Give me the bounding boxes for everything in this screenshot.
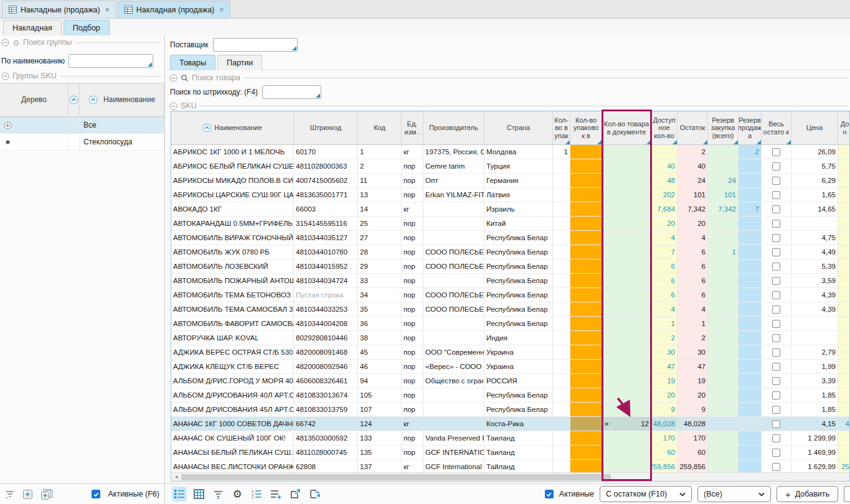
table-row[interactable]: АЛЬБОМ Д/РИСОВАНИЯ 40Л АРТ.С481083301367…: [171, 388, 849, 403]
table-row[interactable]: АЛЬБОМ Д/РИС.ГОРОД У МОРЯ 40/46060083264…: [171, 374, 849, 388]
table-row[interactable]: АНАНАСЫ БЕЛЫЙ ПЕЛИКАН СУШ.К4811028000745…: [171, 446, 849, 460]
whole-stock-checkbox[interactable]: [772, 463, 780, 471]
list-view-icon[interactable]: [172, 487, 187, 502]
add-rows-icon[interactable]: [268, 487, 283, 502]
table-row[interactable]: АДЖИКА КЛЕЩУК СТ/Б ВЕРЕС482000809294646п…: [171, 360, 849, 374]
whole-stock-checkbox[interactable]: [772, 306, 780, 314]
scrollbar-thumb[interactable]: [181, 474, 611, 480]
table-row[interactable]: АБРИКОС 1КГ 1000 И 1 МЕЛОЧЬ601701кг19737…: [171, 145, 849, 159]
table-row[interactable]: АБРИКОСЫ ЦАРСКИЕ СУШ.90Г ЦАР481363500177…: [171, 188, 849, 202]
table-row[interactable]: АВТОМОБИЛЬ ТЕМА САМОСВАЛ 324810344033253…: [171, 302, 849, 317]
filter-icon[interactable]: [5, 490, 15, 498]
whole-stock-checkbox[interactable]: [772, 334, 780, 342]
active-f6-checkbox[interactable]: [92, 490, 100, 498]
sort-ascending-icon[interactable]: [69, 95, 78, 105]
close-icon[interactable]: ×: [219, 6, 224, 14]
column-header-stock[interactable]: Остаток: [678, 111, 708, 144]
collapse-icon[interactable]: [169, 102, 177, 110]
whole-stock-checkbox[interactable]: [772, 220, 780, 228]
table-row[interactable]: АБРИКОСЫ МИКАДО ПОЛОВ.В СИР4007415005602…: [171, 174, 849, 188]
whole-stock-checkbox[interactable]: [772, 291, 780, 299]
table-row[interactable]: АВТОРУЧКА ШАР. KOVAL802928081044638порИн…: [171, 331, 849, 345]
table-row[interactable]: АНАНАСЫ ВЕС.ЛИСТОЧКИ ОРАНЖ.62808137кгGCF…: [171, 460, 849, 472]
column-header-available[interactable]: Доступ ное кол-во: [651, 111, 678, 144]
tab-lots[interactable]: Партии: [217, 55, 262, 70]
column-header-whole_stock[interactable]: Весь остато к: [762, 111, 791, 144]
tree-row[interactable]: Стеклопосуда: [0, 134, 164, 151]
settings-gear-icon[interactable]: ⚙: [230, 487, 245, 502]
horizontal-scrollbar[interactable]: ◄: [171, 472, 849, 481]
whole-stock-checkbox[interactable]: [772, 406, 780, 414]
stock-filter-select[interactable]: С остатком (F10): [600, 486, 692, 502]
table-row[interactable]: АВТОМОБИЛЬ ПОЖАРНЫЙ АНТОШ481034403472433…: [171, 274, 849, 288]
table-row[interactable]: АНАНАС ОК СУШЕНЫЙ 100Г ОК!48135030005921…: [171, 431, 849, 446]
column-header-name[interactable]: Наименование: [171, 111, 294, 144]
leaf-dot-icon[interactable]: [4, 138, 12, 146]
filter-icon[interactable]: [210, 487, 225, 502]
tree-column-header-tree[interactable]: Дерево: [0, 83, 68, 116]
table-row[interactable]: АВТОМОБИЛЬ ФАВОРИТ САМОСВА48103440042083…: [171, 317, 849, 331]
table-row[interactable]: АНАНАС 1КГ 1000 СОВЕТОВ ДАЧНИ66742124кгК…: [171, 417, 849, 431]
whole-stock-checkbox[interactable]: [772, 234, 780, 242]
column-header-manufacturer[interactable]: Производитель: [423, 111, 484, 144]
column-header-reserve_sale[interactable]: Резерв продаж а: [739, 111, 762, 144]
scroll-left-arrow-icon[interactable]: ◄: [171, 473, 181, 481]
export-icon[interactable]: [288, 487, 303, 502]
grid-view-icon[interactable]: [191, 487, 206, 502]
tree-column-header-name[interactable]: Наименование: [80, 83, 164, 116]
table-row[interactable]: АВТОМОБИЛЬ ЛОЗЕВСКИЙ481034401595229порСО…: [171, 259, 849, 274]
whole-stock-checkbox[interactable]: [772, 348, 780, 357]
table-row[interactable]: АБРИКОС БЕЛЫЙ ПЕЛИКАН СУШЕН4811028000363…: [171, 159, 849, 174]
refresh-icon[interactable]: [307, 487, 322, 502]
whole-stock-checkbox[interactable]: [772, 205, 780, 213]
column-header-barcode[interactable]: Штрихкод: [294, 111, 358, 144]
whole-stock-checkbox[interactable]: [772, 377, 780, 385]
whole-stock-checkbox[interactable]: [772, 263, 780, 271]
whole-stock-checkbox[interactable]: [772, 391, 780, 399]
column-header-unit[interactable]: Ед. изм .: [402, 111, 423, 144]
active-checkbox[interactable]: [545, 490, 554, 498]
numbered-list-icon[interactable]: 123: [249, 487, 264, 502]
tab-invoice[interactable]: Накладная: [3, 20, 62, 35]
add-multiple-icon[interactable]: [40, 489, 53, 500]
table-row[interactable]: АВОКАДО 1КГ6600314кгИзраиль7,6847,3427,3…: [171, 202, 849, 217]
collapse-icon[interactable]: [169, 74, 177, 82]
column-header-country[interactable]: Страна: [484, 111, 553, 144]
add-button[interactable]: + Добавить: [777, 486, 838, 502]
sort-ascending-icon[interactable]: [88, 95, 98, 105]
whole-stock-checkbox[interactable]: [772, 248, 780, 256]
window-tab-invoice-current[interactable]: Накладная (продажа) ×: [118, 1, 231, 18]
close-icon[interactable]: ×: [105, 6, 110, 14]
group-filter-select[interactable]: (Все): [697, 486, 771, 502]
tree-row[interactable]: Все: [0, 117, 164, 134]
table-row[interactable]: АВТОМОБИЛЬ ВИРАЖ ГОНОЧНЫЙ481034403512727…: [171, 231, 849, 245]
cut-off-button[interactable]: [844, 486, 850, 502]
whole-stock-checkbox[interactable]: [772, 434, 780, 442]
column-header-extra[interactable]: До н: [838, 111, 850, 144]
column-header-doc_qty[interactable]: Кол-во товара в документе: [602, 111, 651, 144]
table-row[interactable]: АДЖИКА ВЕРЕС ОСТРАЯ СТ/Б 530Г48200080914…: [171, 345, 849, 360]
expand-plus-icon[interactable]: [4, 121, 12, 129]
column-header-reserve_purchase[interactable]: Резерв закупка (всего): [708, 111, 739, 144]
tab-goods[interactable]: Товары: [170, 55, 215, 70]
table-row[interactable]: АВТОМОБИЛЬ ЖУК 0780 РБ481034401078028пор…: [171, 245, 849, 259]
whole-stock-checkbox[interactable]: [772, 420, 780, 428]
whole-stock-checkbox[interactable]: [772, 177, 780, 185]
supplier-input[interactable]: [213, 38, 298, 52]
tree-sort-column[interactable]: [68, 83, 80, 116]
whole-stock-checkbox[interactable]: [772, 449, 780, 457]
barcode-search-input[interactable]: [262, 85, 321, 99]
whole-stock-checkbox[interactable]: [772, 191, 780, 199]
whole-stock-checkbox[interactable]: [772, 148, 780, 156]
table-row[interactable]: АВТОКАРАНДАШ 0.5ММ+ГРИФЕЛЬ31541455951162…: [171, 217, 849, 231]
tab-selection[interactable]: Подбор: [64, 20, 110, 35]
table-row[interactable]: АЛЬБОМ Д/РИСОВАНИЯ 45Л АРТ.С481083301375…: [171, 403, 849, 417]
column-header-price[interactable]: Цена: [791, 111, 838, 144]
whole-stock-checkbox[interactable]: [772, 363, 780, 371]
column-header-qty_in_pack[interactable]: Кол- во в упак: [553, 111, 570, 144]
sort-ascending-icon[interactable]: [202, 123, 212, 133]
name-filter-input[interactable]: [68, 54, 153, 68]
window-tab-invoices-list[interactable]: Накладные (продажа) ×: [2, 1, 116, 18]
clear-quantity-icon[interactable]: ✕: [604, 421, 609, 427]
whole-stock-checkbox[interactable]: [772, 320, 780, 328]
